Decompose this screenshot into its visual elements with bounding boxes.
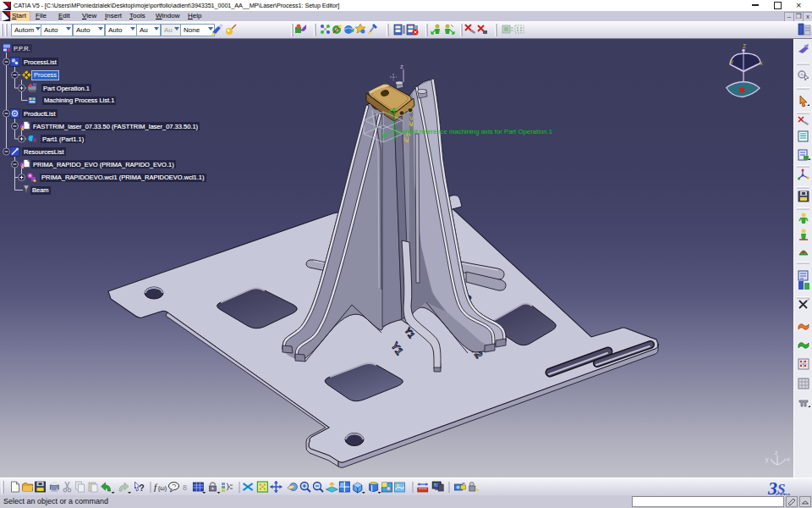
svg-text:?: ? bbox=[140, 483, 145, 493]
svg-text:Default reference machining ax: Default reference machining axis for Par… bbox=[397, 128, 552, 135]
svg-text:z: z bbox=[400, 63, 403, 70]
svg-text:x: x bbox=[787, 456, 790, 462]
svg-text:x: x bbox=[760, 59, 763, 67]
svg-text:8: 8 bbox=[183, 483, 187, 492]
svg-text:Z: Z bbox=[388, 108, 392, 116]
svg-text:y: y bbox=[730, 58, 733, 65]
svg-text:V: V bbox=[409, 114, 414, 122]
svg-text:(ω): (ω) bbox=[158, 485, 167, 492]
svg-text:z: z bbox=[743, 41, 746, 50]
svg-text:z: z bbox=[775, 450, 778, 456]
svg-text:y: y bbox=[765, 456, 769, 463]
